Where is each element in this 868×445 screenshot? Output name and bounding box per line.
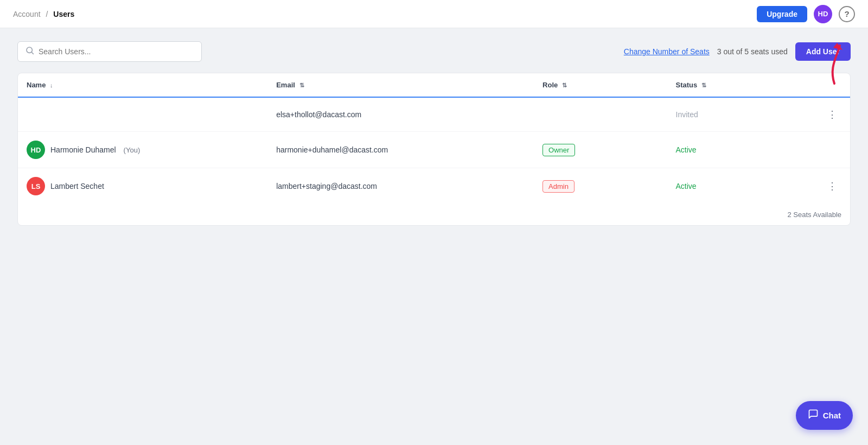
breadcrumb-page: Users — [53, 10, 74, 18]
role-badge: Admin — [542, 180, 575, 193]
user-avatar: HD — [27, 141, 45, 159]
user-role: Owner — [534, 132, 667, 168]
role-sort-arrow: ⇅ — [562, 82, 567, 88]
more-options-button[interactable]: ⋮ — [823, 178, 841, 194]
breadcrumb-account: Account — [13, 10, 41, 18]
you-label: (You) — [124, 146, 141, 154]
user-action-cell: ⋮ — [783, 168, 850, 205]
user-name-cell — [18, 97, 267, 132]
user-email: elsa+thollot@dacast.com — [267, 97, 534, 132]
status-badge: Active — [676, 145, 697, 154]
user-role — [534, 97, 667, 132]
svg-line-1 — [31, 52, 33, 54]
chat-bubble-icon — [808, 409, 819, 422]
toolbar-right: Change Number of Seats 3 out of 5 seats … — [624, 42, 851, 61]
top-bar-actions: Upgrade HD ? — [757, 5, 855, 23]
table-body: elsa+thollot@dacast.comInvited⋮HDHarmoni… — [18, 97, 850, 204]
change-seats-link[interactable]: Change Number of Seats — [624, 47, 710, 56]
email-sort-arrow: ⇅ — [299, 82, 304, 88]
add-user-button[interactable]: Add User — [795, 42, 851, 61]
chat-button[interactable]: Chat — [796, 401, 853, 430]
user-name: Harmonie Duhamel — [50, 145, 116, 154]
name-sort-arrow: ↓ — [50, 82, 53, 88]
search-box — [17, 41, 202, 62]
table-header: Name ↓ Email ⇅ Role ⇅ Status ⇅ — [18, 73, 850, 97]
table-row: elsa+thollot@dacast.comInvited⋮ — [18, 97, 850, 132]
user-status: Invited — [667, 97, 784, 132]
breadcrumb-separator: / — [46, 10, 48, 18]
user-name: Lambert Sechet — [50, 182, 104, 190]
user-role: Admin — [534, 168, 667, 205]
upgrade-button[interactable]: Upgrade — [757, 6, 807, 22]
breadcrumb: Account / Users — [13, 10, 74, 18]
status-badge: Invited — [676, 110, 698, 119]
col-header-status[interactable]: Status ⇅ — [667, 73, 784, 97]
user-name-cell: LSLambert Sechet — [18, 168, 267, 205]
toolbar: Change Number of Seats 3 out of 5 seats … — [17, 41, 851, 62]
users-table: Name ↓ Email ⇅ Role ⇅ Status ⇅ — [18, 73, 850, 204]
user-email: lambert+staging@dacast.com — [267, 168, 534, 205]
col-header-email[interactable]: Email ⇅ — [267, 73, 534, 97]
seats-used-text: 3 out of 5 seats used — [717, 47, 788, 56]
table-row: LSLambert Sechetlambert+staging@dacast.c… — [18, 168, 850, 205]
seats-available: 2 Seats Available — [18, 204, 850, 225]
chat-label: Chat — [823, 411, 841, 420]
user-name-cell: HDHarmonie Duhamel(You) — [18, 132, 267, 168]
top-bar: Account / Users Upgrade HD ? — [0, 0, 868, 28]
status-badge: Active — [676, 182, 697, 190]
user-avatar-top[interactable]: HD — [814, 5, 832, 23]
search-input[interactable] — [39, 47, 194, 56]
more-options-button[interactable]: ⋮ — [823, 106, 841, 123]
status-sort-arrow: ⇅ — [701, 82, 706, 88]
col-header-role[interactable]: Role ⇅ — [534, 73, 667, 97]
main-content: Change Number of Seats 3 out of 5 seats … — [0, 28, 868, 239]
user-status: Active — [667, 168, 784, 205]
col-header-action — [783, 73, 850, 97]
help-icon[interactable]: ? — [839, 6, 855, 22]
user-action-cell: ⋮ — [783, 97, 850, 132]
col-header-name[interactable]: Name ↓ — [18, 73, 267, 97]
user-email: harmonie+duhamel@dacast.com — [267, 132, 534, 168]
table-row: HDHarmonie Duhamel(You)harmonie+duhamel@… — [18, 132, 850, 168]
user-avatar: LS — [27, 177, 45, 195]
user-action-cell — [783, 132, 850, 168]
role-badge: Owner — [542, 144, 575, 156]
users-table-container: Name ↓ Email ⇅ Role ⇅ Status ⇅ — [17, 73, 851, 226]
search-icon — [25, 46, 34, 57]
user-status: Active — [667, 132, 784, 168]
